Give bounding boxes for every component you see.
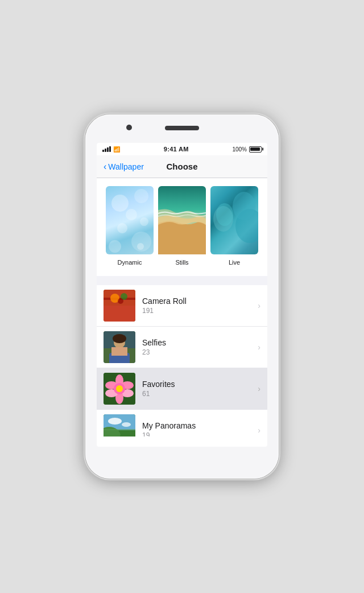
svg-rect-27 bbox=[104, 429, 135, 430]
back-label: Wallpaper bbox=[108, 162, 144, 171]
wallpaper-labels-row: Dynamic Stills Live bbox=[102, 259, 262, 270]
dynamic-label: Dynamic bbox=[106, 259, 154, 270]
status-bar: 📶 9:41 AM 100% bbox=[97, 143, 267, 155]
favorites-count: 61 bbox=[142, 390, 253, 398]
speaker-grille bbox=[165, 126, 199, 130]
camera-roll-thumbnail bbox=[104, 290, 135, 322]
main-content: Dynamic Stills Live bbox=[97, 178, 267, 436]
album-row-favorites[interactable]: Favorites 61 › bbox=[97, 368, 267, 410]
signal-bars bbox=[102, 146, 111, 152]
signal-bar-2 bbox=[105, 149, 106, 152]
home-indicator-area bbox=[97, 436, 267, 447]
dynamic-wallpaper-thumb[interactable] bbox=[106, 186, 154, 254]
selfies-thumbnail bbox=[104, 331, 135, 363]
battery-fill bbox=[250, 147, 260, 151]
wallpaper-thumbnails-row bbox=[102, 186, 262, 254]
svg-point-23 bbox=[108, 418, 122, 425]
favorites-name: Favorites bbox=[142, 380, 253, 389]
back-button[interactable]: ‹ Wallpaper bbox=[104, 162, 144, 171]
screen: 📶 9:41 AM 100% ‹ Wallpaper Choose bbox=[97, 143, 267, 447]
album-row-camera-roll[interactable]: Camera Roll 191 › bbox=[97, 285, 267, 327]
battery-icon bbox=[249, 146, 262, 153]
status-left: 📶 bbox=[102, 146, 120, 153]
album-row-panoramas[interactable]: My Panoramas 19 › bbox=[97, 410, 267, 436]
status-right: 100% bbox=[232, 146, 262, 153]
panoramas-info: My Panoramas 19 bbox=[135, 421, 253, 436]
camera-roll-info: Camera Roll 191 bbox=[135, 296, 253, 315]
svg-point-5 bbox=[118, 298, 123, 304]
stills-label: Stills bbox=[158, 259, 206, 270]
selfies-count: 23 bbox=[142, 348, 253, 356]
navigation-bar: ‹ Wallpaper Choose bbox=[97, 155, 267, 178]
favorites-info: Favorites 61 bbox=[135, 380, 253, 398]
album-list: Camera Roll 191 › bbox=[97, 285, 267, 436]
panoramas-chevron: › bbox=[258, 426, 260, 435]
svg-point-11 bbox=[113, 334, 126, 343]
panoramas-count: 19 bbox=[142, 431, 253, 436]
live-label: Live bbox=[210, 259, 258, 270]
nav-title: Choose bbox=[166, 162, 197, 171]
selfies-name: Selfies bbox=[142, 338, 253, 347]
selfies-info: Selfies 23 bbox=[135, 338, 253, 356]
panoramas-name: My Panoramas bbox=[142, 421, 253, 430]
camera-roll-chevron: › bbox=[258, 301, 260, 310]
camera-roll-name: Camera Roll bbox=[142, 296, 253, 306]
favorites-thumbnail bbox=[104, 373, 135, 405]
svg-point-24 bbox=[122, 422, 131, 427]
section-divider bbox=[97, 276, 267, 281]
phone-top-bar bbox=[85, 114, 279, 143]
favorites-chevron: › bbox=[258, 384, 260, 393]
camera-roll-count: 191 bbox=[142, 307, 253, 315]
svg-point-20 bbox=[116, 385, 123, 392]
phone-frame: 📶 9:41 AM 100% ‹ Wallpaper Choose bbox=[85, 114, 279, 479]
live-wallpaper-thumb[interactable] bbox=[210, 186, 258, 254]
status-time: 9:41 AM bbox=[164, 146, 189, 153]
signal-bar-3 bbox=[107, 147, 109, 152]
front-camera bbox=[126, 125, 132, 130]
panoramas-thumbnail bbox=[104, 414, 135, 436]
wallpaper-type-section: Dynamic Stills Live bbox=[97, 178, 267, 276]
signal-bar-1 bbox=[102, 150, 104, 152]
stills-wallpaper-thumb[interactable] bbox=[158, 186, 206, 254]
chevron-left-icon: ‹ bbox=[104, 162, 106, 171]
wifi-icon: 📶 bbox=[113, 146, 120, 153]
svg-rect-10 bbox=[111, 347, 127, 356]
album-row-selfies[interactable]: Selfies 23 › bbox=[97, 327, 267, 368]
selfies-chevron: › bbox=[258, 343, 260, 352]
signal-bar-4 bbox=[109, 146, 111, 152]
battery-percentage: 100% bbox=[232, 146, 247, 153]
